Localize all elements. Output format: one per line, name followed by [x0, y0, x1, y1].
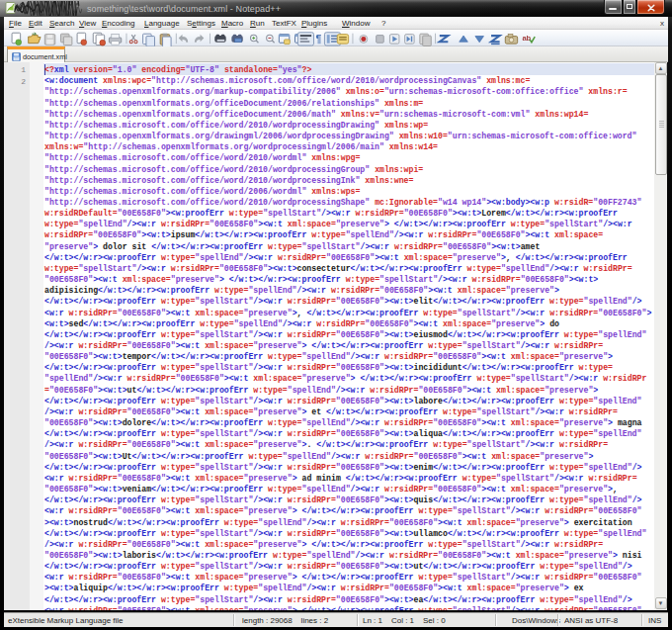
svg-text:¶: ¶ — [315, 34, 321, 45]
